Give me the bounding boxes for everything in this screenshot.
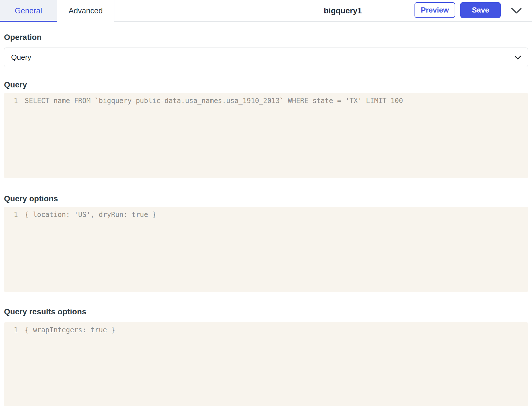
- tab-advanced-label: Advanced: [69, 7, 103, 15]
- operation-select-value: Query: [11, 53, 31, 62]
- action-title: bigquery1: [324, 0, 362, 22]
- tab-advanced[interactable]: Advanced: [57, 0, 114, 22]
- chevron-down-icon: [514, 55, 521, 60]
- query-options-label: Query options: [4, 195, 528, 203]
- query-options-editor[interactable]: 1 { location: 'US', dryRun: true }: [4, 207, 528, 292]
- active-tab-underline: [0, 21, 57, 22]
- tab-general-label: General: [15, 7, 42, 15]
- code-line: 1 SELECT name FROM `bigquery-public-data…: [4, 96, 528, 105]
- save-button[interactable]: Save: [460, 2, 501, 18]
- code-line: 1 { location: 'US', dryRun: true }: [4, 210, 528, 219]
- query-code-editor[interactable]: 1 SELECT name FROM `bigquery-public-data…: [4, 93, 528, 178]
- action-header: General Advanced bigquery1 Preview Save: [0, 0, 532, 22]
- query-label: Query: [4, 81, 528, 89]
- query-results-options-label: Query results options: [4, 308, 528, 316]
- chevron-down-icon: [511, 7, 522, 14]
- line-number: 1: [4, 96, 18, 105]
- line-number: 1: [4, 210, 18, 219]
- preview-button[interactable]: Preview: [415, 2, 455, 18]
- query-results-options-editor[interactable]: 1 { wrapIntegers: true }: [4, 322, 528, 406]
- query-code-text: SELECT name FROM `bigquery-public-data.u…: [25, 96, 403, 105]
- general-settings-panel: Operation Query Query 1 SELECT name FROM…: [0, 33, 532, 406]
- query-options-code-text: { location: 'US', dryRun: true }: [25, 210, 156, 219]
- collapse-menu-button[interactable]: [510, 4, 523, 18]
- code-line: 1 { wrapIntegers: true }: [4, 325, 528, 335]
- operation-select[interactable]: Query: [4, 48, 528, 67]
- tab-general[interactable]: General: [0, 0, 57, 22]
- operation-label: Operation: [4, 33, 528, 41]
- line-number: 1: [4, 325, 18, 335]
- query-results-options-code-text: { wrapIntegers: true }: [25, 325, 115, 335]
